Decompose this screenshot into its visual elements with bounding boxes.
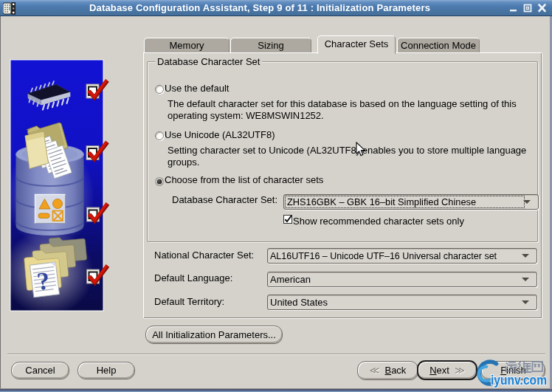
svg-text:iyunv.com: iyunv.com (491, 372, 547, 388)
